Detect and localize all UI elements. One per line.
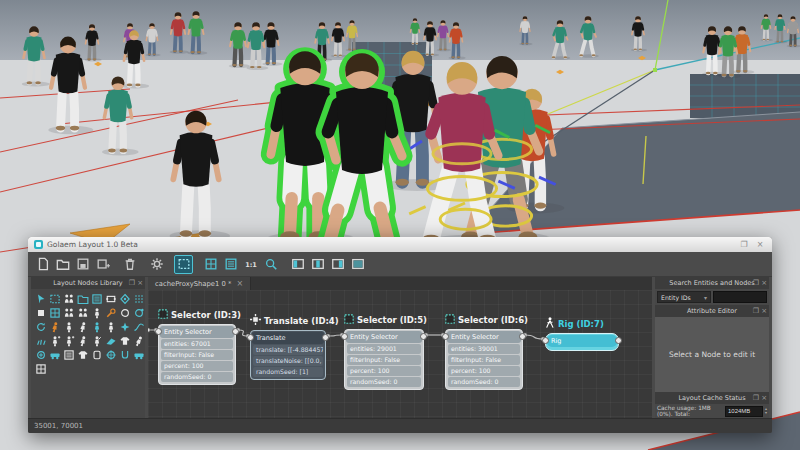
- library-node-runner[interactable]: [48, 320, 61, 333]
- library-node-diamond[interactable]: [118, 292, 131, 305]
- library-node-rotate[interactable]: [34, 320, 47, 333]
- library-node-person[interactable]: [62, 320, 75, 333]
- library-node-person[interactable]: [104, 320, 117, 333]
- library-node-wrench[interactable]: [104, 306, 117, 319]
- library-node-folder[interactable]: [76, 292, 89, 305]
- node-translate4[interactable]: Translate (ID:4)Translatetranslate: [[-4…: [250, 314, 339, 380]
- library-node-circle-plus[interactable]: [34, 348, 47, 361]
- library-node-ramp[interactable]: [104, 334, 117, 347]
- list-icon: [224, 257, 238, 271]
- output-port[interactable]: [232, 328, 239, 335]
- library-node-person-wave[interactable]: [90, 334, 103, 347]
- window-titlebar[interactable]: Golaem Layout 1.0 Beta ❐ ×: [28, 237, 772, 252]
- spinner[interactable]: ▴▾: [765, 407, 767, 415]
- node-attribute: filterInput: False: [448, 355, 520, 365]
- output-port[interactable]: [615, 337, 622, 344]
- panel-close-icon[interactable]: ×: [137, 277, 143, 289]
- panel-float-icon[interactable]: ❐: [753, 392, 759, 404]
- library-node-people[interactable]: [62, 292, 75, 305]
- save-icon: [76, 257, 90, 271]
- library-node-magnet[interactable]: [118, 348, 131, 361]
- library-node-star[interactable]: [118, 320, 131, 333]
- input-port[interactable]: [155, 328, 162, 335]
- tab-close-icon[interactable]: ×: [236, 279, 243, 288]
- window-close-button[interactable]: ×: [754, 239, 766, 250]
- toolbar-panel-layout-left-button[interactable]: [288, 255, 307, 274]
- library-node-pointer[interactable]: [34, 292, 47, 305]
- panel-close-icon[interactable]: ×: [761, 392, 767, 404]
- selector-node-icon: [158, 309, 168, 321]
- panel-float-icon[interactable]: ❐: [753, 305, 759, 317]
- input-port[interactable]: [442, 333, 449, 340]
- output-port[interactable]: [519, 333, 526, 340]
- library-node-person-bent[interactable]: [132, 334, 145, 347]
- library-node-dashed-square[interactable]: [48, 292, 61, 305]
- toolbar: 1:1: [28, 252, 772, 277]
- library-node-grid[interactable]: [48, 306, 61, 319]
- library-node-walker[interactable]: [76, 334, 89, 347]
- toolbar-grid-view-button[interactable]: [201, 255, 220, 274]
- toolbar-actual-size-button[interactable]: 1:1: [241, 255, 260, 274]
- panel-close-icon[interactable]: ×: [761, 277, 767, 289]
- layout-tool-window[interactable]: Golaem Layout 1.0 Beta ❐ × 1:1 Layout No…: [28, 237, 772, 433]
- library-node-list[interactable]: [62, 348, 75, 361]
- library-node-person[interactable]: [90, 306, 103, 319]
- output-port[interactable]: [322, 334, 329, 341]
- node-rig7[interactable]: Rig (ID:7)Rig: [545, 317, 619, 351]
- panel-float-icon[interactable]: ❐: [753, 277, 759, 289]
- toolbar-marquee-select-button[interactable]: [174, 255, 193, 274]
- input-port[interactable]: [247, 334, 254, 341]
- library-node-target[interactable]: [104, 348, 117, 361]
- toolbar-zoom-button[interactable]: [261, 255, 280, 274]
- library-node-box[interactable]: [104, 292, 117, 305]
- node-attribute: filterInput: False: [161, 350, 233, 360]
- input-port[interactable]: [341, 333, 348, 340]
- panel-close-icon[interactable]: ×: [761, 305, 767, 317]
- toolbar-new-file-button[interactable]: [33, 255, 52, 274]
- toolbar-save-as-button[interactable]: [93, 255, 112, 274]
- library-node-person-star[interactable]: [90, 320, 103, 333]
- library-node-dots[interactable]: [132, 292, 145, 305]
- library-node-list[interactable]: [90, 292, 103, 305]
- tab-cacheproxyshape[interactable]: cacheProxyShape1 0 * ×: [148, 277, 251, 290]
- toolbar-panel-layout-center-button[interactable]: [308, 255, 327, 274]
- library-node-shirt[interactable]: [118, 334, 131, 347]
- library-node-vehicle[interactable]: [48, 348, 61, 361]
- entity-ids-dropdown[interactable]: Entity IDs ▾: [657, 291, 711, 303]
- library-node-vehicle[interactable]: [132, 348, 145, 361]
- output-port[interactable]: [420, 333, 427, 340]
- library-node-people[interactable]: [62, 306, 75, 319]
- folder-icon: [56, 257, 70, 271]
- search-panel-header: Search Entities and Nodes ❐ ×: [655, 277, 769, 289]
- window-float-button[interactable]: ❐: [738, 239, 750, 250]
- library-node-runner[interactable]: [76, 320, 89, 333]
- library-node-circle[interactable]: [118, 306, 131, 319]
- search-input[interactable]: [713, 291, 767, 303]
- panel-float-icon[interactable]: ❐: [129, 277, 135, 289]
- library-node-grid[interactable]: [34, 362, 47, 375]
- library-node-person-plus[interactable]: [48, 334, 61, 347]
- toolbar-panel-layout-right-button[interactable]: [328, 255, 347, 274]
- library-node-curve[interactable]: [132, 320, 145, 333]
- library-node-shirt[interactable]: [76, 348, 89, 361]
- node-selector5[interactable]: Selector (ID:5)Entity Selectorentities: …: [344, 313, 427, 390]
- node-selector3[interactable]: Selector (ID:3)Entity Selectorentities: …: [158, 308, 241, 385]
- library-node-person-plus[interactable]: [62, 334, 75, 347]
- toolbar-save-button[interactable]: [73, 255, 92, 274]
- toolbar-panel-layout-full-button[interactable]: [348, 255, 367, 274]
- library-node-people[interactable]: [76, 306, 89, 319]
- node-selector6[interactable]: Selector (ID:6)Entity Selectorentities: …: [445, 313, 528, 390]
- library-node-orbit[interactable]: [132, 306, 145, 319]
- node-graph-canvas[interactable]: Selector (ID:3)Entity Selectorentities: …: [148, 290, 652, 418]
- toolbar-divider: [281, 255, 287, 274]
- toolbar-settings-gear-button[interactable]: [147, 255, 166, 274]
- input-port[interactable]: [542, 337, 549, 344]
- manipulator-origin[interactable]: [653, 68, 657, 72]
- library-node-square[interactable]: [34, 306, 47, 319]
- cache-total-input[interactable]: [725, 406, 763, 417]
- library-node-hand[interactable]: [90, 348, 103, 361]
- library-node-grass[interactable]: [34, 334, 47, 347]
- toolbar-delete-button[interactable]: [120, 255, 139, 274]
- toolbar-open-folder-button[interactable]: [53, 255, 72, 274]
- toolbar-list-view-button[interactable]: [221, 255, 240, 274]
